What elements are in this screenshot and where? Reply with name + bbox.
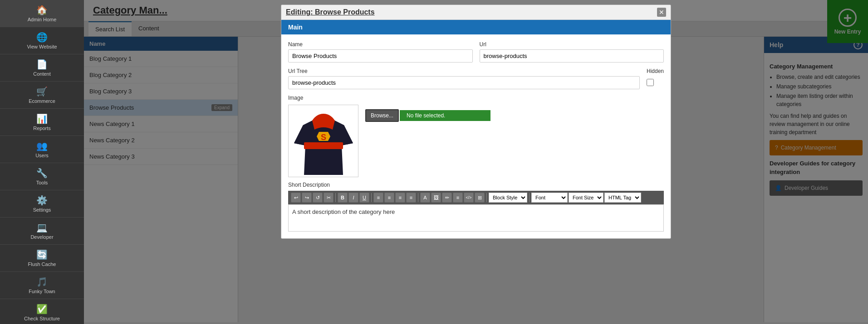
svg-rect-1 xyxy=(304,142,343,149)
toolbar-align-right[interactable]: ≡ xyxy=(395,193,405,203)
url-label: Url xyxy=(480,41,664,48)
sidebar-item-settings[interactable]: ⚙️ Settings xyxy=(0,190,84,218)
browse-file-area: Browse... No file selected. xyxy=(365,109,490,122)
edit-modal: Editing: Browse Products ✕ Main Name Url xyxy=(281,5,671,239)
settings-icon: ⚙️ xyxy=(36,195,48,206)
editor-toolbar: ↩ ↪ ↺ ✂ B I U ≡ ≡ ≡ ≡ xyxy=(288,191,664,204)
sidebar: 🏠 Admin Home 🌐 View Website 📄 Content 🛒 … xyxy=(0,0,84,324)
sidebar-item-ecommerce[interactable]: 🛒 Ecommerce xyxy=(0,82,84,109)
toolbar-edit[interactable]: ✏ xyxy=(442,193,452,203)
separator xyxy=(371,193,372,202)
browse-button[interactable]: Browse... xyxy=(365,109,399,122)
editor-content[interactable]: A short description of the category here xyxy=(288,204,664,232)
toolbar-insert-image[interactable]: 🖼 xyxy=(431,193,441,203)
url-tree-label: Url Tree xyxy=(288,68,640,74)
sidebar-item-users[interactable]: 👥 Users xyxy=(0,136,84,163)
developer-icon: 💻 xyxy=(36,222,48,233)
sidebar-label-view-website: View Website xyxy=(27,44,57,49)
svg-text:S: S xyxy=(320,133,326,142)
toolbar-font-color[interactable]: A xyxy=(420,193,430,203)
image-area: S Browse... No file se xyxy=(288,105,664,177)
toolbar-redo[interactable]: ↪ xyxy=(302,193,312,203)
funky-icon: 🎵 xyxy=(36,276,48,287)
toolbar-align-left[interactable]: ≡ xyxy=(373,193,383,203)
sidebar-item-developer[interactable]: 💻 Developer xyxy=(0,218,84,245)
image-section: Image xyxy=(288,95,664,177)
image-label: Image xyxy=(288,95,664,101)
sidebar-item-check-structure[interactable]: ✅ Check Structure xyxy=(0,299,84,324)
toolbar-refresh[interactable]: ↺ xyxy=(313,193,323,203)
sidebar-item-flush-cache[interactable]: 🔄 Flush Cache xyxy=(0,245,84,272)
image-preview: S xyxy=(288,105,358,177)
cart-icon: 🛒 xyxy=(36,86,48,97)
modal-body: Main Name Url xyxy=(281,20,671,238)
html-tag-select[interactable]: HTML Tag xyxy=(604,193,641,203)
form-group-url: Url xyxy=(480,41,664,63)
font-select[interactable]: Font xyxy=(531,193,568,203)
sidebar-label-developer: Developer xyxy=(30,234,53,240)
users-icon: 👥 xyxy=(36,140,48,151)
name-input[interactable] xyxy=(288,49,473,63)
form-group-name: Name xyxy=(288,41,473,63)
short-desc-label: Short Description xyxy=(288,182,664,188)
hidden-checkbox[interactable] xyxy=(647,79,654,86)
toolbar-italic[interactable]: I xyxy=(348,193,358,203)
modal-title: Editing: Browse Products xyxy=(286,8,375,16)
sidebar-label-funky-town: Funky Town xyxy=(29,289,55,294)
separator xyxy=(529,193,530,202)
font-size-select[interactable]: Font Size xyxy=(569,193,603,203)
toolbar-source[interactable]: </> xyxy=(464,193,474,203)
sidebar-label-content: Content xyxy=(33,71,51,77)
block-style-select[interactable]: Block Style xyxy=(489,193,527,203)
sidebar-label-tools: Tools xyxy=(36,180,48,185)
toolbar-align-justify[interactable]: ≡ xyxy=(406,193,416,203)
form-row-urltree-hidden: Url Tree Hidden xyxy=(288,68,664,89)
sidebar-label-admin-home: Admin Home xyxy=(28,17,57,22)
tools-icon: 🔧 xyxy=(36,168,48,179)
sidebar-item-tools[interactable]: 🔧 Tools xyxy=(0,163,84,190)
modal-section-header: Main xyxy=(281,20,671,34)
separator xyxy=(335,193,336,202)
name-label: Name xyxy=(288,41,473,48)
toolbar-cut[interactable]: ✂ xyxy=(324,193,333,203)
sidebar-item-content[interactable]: 📄 Content xyxy=(0,54,84,82)
sidebar-label-check-structure: Check Structure xyxy=(24,316,60,321)
check-icon: ✅ xyxy=(36,304,48,314)
file-status: No file selected. xyxy=(400,110,490,121)
sidebar-item-reports[interactable]: 📊 Reports xyxy=(0,109,84,136)
tshirt-image: S xyxy=(294,107,353,175)
sidebar-label-flush-cache: Flush Cache xyxy=(28,261,56,267)
modal-overlay: Editing: Browse Products ✕ Main Name Url xyxy=(84,0,868,324)
browse-area: Browse... No file selected. xyxy=(365,105,490,122)
sidebar-item-funky-town[interactable]: 🎵 Funky Town xyxy=(0,272,84,299)
flush-icon: 🔄 xyxy=(36,249,48,260)
sidebar-item-view-website[interactable]: 🌐 View Website xyxy=(0,27,84,54)
form-group-url-tree: Url Tree xyxy=(288,68,640,89)
home-icon: 🏠 xyxy=(36,5,48,15)
sidebar-label-ecommerce: Ecommerce xyxy=(29,98,55,104)
separator xyxy=(418,193,418,202)
sidebar-label-users: Users xyxy=(35,153,49,158)
toolbar-table[interactable]: ⊞ xyxy=(475,193,485,203)
toolbar-align-center[interactable]: ≡ xyxy=(384,193,394,203)
content-icon: 📄 xyxy=(36,59,48,70)
url-tree-input[interactable] xyxy=(288,76,640,89)
toolbar-undo[interactable]: ↩ xyxy=(291,193,301,203)
sidebar-label-reports: Reports xyxy=(33,126,51,131)
toolbar-list[interactable]: ≡ xyxy=(453,193,463,203)
sidebar-item-admin-home[interactable]: 🏠 Admin Home xyxy=(0,0,84,27)
sidebar-label-settings: Settings xyxy=(33,207,51,213)
globe-icon: 🌐 xyxy=(36,32,48,43)
separator xyxy=(486,193,487,202)
toolbar-bold[interactable]: B xyxy=(338,193,348,203)
short-description-section: Short Description ↩ ↪ ↺ ✂ B I U ≡ xyxy=(288,182,664,232)
modal-titlebar: Editing: Browse Products ✕ xyxy=(281,5,671,20)
form-row-name-url: Name Url xyxy=(288,41,664,63)
url-input[interactable] xyxy=(480,49,664,63)
hidden-label: Hidden xyxy=(647,68,664,74)
main-area: Category Man... Search List Content Name… xyxy=(84,0,868,324)
modal-section-body: Name Url Url Tree xyxy=(281,34,671,238)
toolbar-underline[interactable]: U xyxy=(359,193,369,203)
form-group-hidden: Hidden xyxy=(647,68,664,89)
modal-close-button[interactable]: ✕ xyxy=(657,8,666,17)
